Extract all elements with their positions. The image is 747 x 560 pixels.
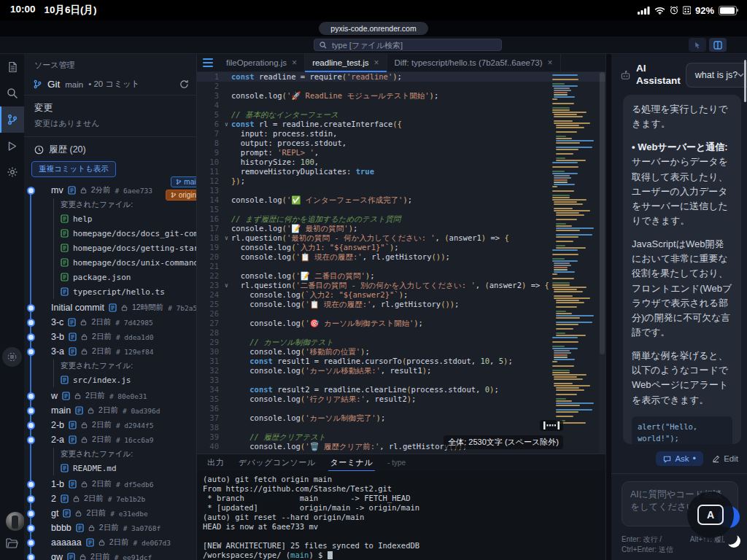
code-line[interactable]: 5// 基本的なインターフェース <box>197 110 605 120</box>
commit-row[interactable]: main2日前# 0ad396d <box>51 403 196 418</box>
code-line[interactable]: 18∨rl.question('最初の質問 - 何か入力してください: ', (… <box>197 233 605 243</box>
commit-row[interactable]: 2-b2日前# d2944f5 <box>51 418 196 432</box>
changed-file[interactable]: homepage/docs/getting-started… <box>61 241 196 255</box>
code-line[interactable]: 2 <box>197 82 605 91</box>
code-line[interactable]: 20 console.log('📋 現在の履歴:', rl.getHistory… <box>197 252 605 262</box>
ai-mode-selector[interactable]: what is js? <box>686 63 747 88</box>
split-view-button[interactable] <box>709 38 727 52</box>
history-header[interactable]: 履歴 (20) <box>24 137 196 161</box>
code-line[interactable]: 31 const result1 = readline.cursorTo(pro… <box>197 357 605 366</box>
git-repo-row[interactable]: Git main • 20 コミット <box>24 75 196 96</box>
changed-file[interactable]: typescript/hello.ts <box>61 284 196 299</box>
editor-tab[interactable]: readline_test.js× <box>305 54 387 71</box>
panel-tab[interactable]: デバッグコンソール <box>239 457 316 468</box>
url-bar[interactable]: pyxis-code.onrender.com <box>319 22 427 35</box>
changed-file[interactable]: homepage/docs/unix-commands.md <box>61 255 196 270</box>
code-line[interactable]: 17console.log('📝 最初の質問'); <box>197 224 605 233</box>
panel-tab[interactable]: 出力 <box>207 457 224 468</box>
code-line[interactable]: 19 console.log(`入力1: "${answer1}"`); <box>197 243 605 252</box>
code-line[interactable]: 29 // カーソル制御テスト <box>197 338 605 347</box>
code-line[interactable]: 9 prompt: 'REPL> ', <box>197 148 605 158</box>
code-line[interactable]: 30 console.log('移動前の位置'); <box>197 347 605 357</box>
minimap[interactable] <box>552 74 597 424</box>
file-search-input[interactable] <box>330 40 496 50</box>
source-control-icon[interactable] <box>0 106 24 133</box>
changed-file[interactable]: src/index.js <box>61 373 196 387</box>
search-icon[interactable] <box>0 80 24 106</box>
code-line[interactable]: 27 console.log('🎯 カーソル制御テスト開始'); <box>197 319 605 328</box>
ai-panel-scrollbar[interactable] <box>744 60 746 102</box>
commit-row[interactable]: 3-b2日前# ddea1d0 <box>51 330 196 344</box>
terminal-line: * [updated] origin/main -> origin/main <box>203 503 600 513</box>
code-line[interactable]: 4 <box>197 101 605 110</box>
code-line[interactable]: 25 console.log('📋 現在の履歴:', rl.getHistory… <box>197 300 605 309</box>
code-line[interactable]: 12}); <box>197 176 605 186</box>
graph-dot <box>27 333 35 341</box>
explorer-icon[interactable] <box>0 54 24 80</box>
commit-row[interactable]: mv2分前# 6aee733mainorigin/mai <box>51 183 196 198</box>
code-line[interactable]: 36 <box>197 404 605 413</box>
commit-row[interactable]: 3-c2日前# 7d42985 <box>51 315 196 330</box>
floating-keyboard-button[interactable]: A <box>687 491 734 538</box>
code-line[interactable]: 33 <box>197 376 605 385</box>
editor-scrollbar[interactable] <box>599 72 605 454</box>
changed-file[interactable]: README.md <box>61 461 196 475</box>
edit-button[interactable]: Edit <box>712 454 738 463</box>
commit-row[interactable]: 3-a2日前# 129ef84 <box>51 344 196 359</box>
ask-button[interactable]: Ask • <box>656 451 703 466</box>
changed-file[interactable]: help <box>61 211 196 226</box>
show-duplicates-button[interactable]: 重複コミットも表示 <box>31 161 116 177</box>
run-icon[interactable] <box>0 133 24 159</box>
editor-tab[interactable]: fileOperationg.js× <box>219 54 305 71</box>
code-line[interactable]: 32 console.log('カーソル移動結果:', result1); <box>197 366 605 376</box>
avatar[interactable] <box>6 512 25 531</box>
commit-row[interactable]: Initial commit12時間前# 7b2a5f <box>51 300 196 315</box>
close-icon[interactable]: × <box>548 58 553 68</box>
folder-icon[interactable] <box>6 538 18 548</box>
commit-row[interactable]: 1-b2日前# df5edb6 <box>51 477 196 491</box>
code-line[interactable]: 13 <box>197 186 605 195</box>
code-line[interactable]: 28 <box>197 328 605 338</box>
close-icon[interactable]: × <box>292 58 297 68</box>
code-line[interactable]: 35 console.log('行クリア結果:', result2); <box>197 394 605 404</box>
commit-row[interactable]: 22日前# 7eb1b2b <box>51 491 196 506</box>
changed-file[interactable]: package.json <box>61 270 196 284</box>
code-line[interactable]: 14console.log('✅ インターフェース作成完了'); <box>197 195 605 205</box>
refresh-icon[interactable] <box>179 79 189 89</box>
close-icon[interactable]: × <box>374 58 379 68</box>
code-line[interactable]: 26 <box>197 309 605 319</box>
panel-tab[interactable]: ターミナル <box>330 457 374 468</box>
code-line[interactable]: 7 input: process.stdin, <box>197 129 605 139</box>
commit-row[interactable]: aaaaaa2日前# de067d3 <box>51 535 196 550</box>
code-line[interactable]: 11 removeHistoryDuplicates: true <box>197 167 605 176</box>
commit-row[interactable]: w2日前# 80e0e31 <box>51 389 196 403</box>
file-search[interactable] <box>314 39 502 51</box>
changed-file[interactable]: homepage/docs/docs_git-comman… <box>61 226 196 241</box>
commit-row[interactable]: bbbb2日前# 3a0768f <box>51 521 196 535</box>
editor-tab[interactable]: Diff: typescript/hello.ts (7b2a5f..6aee7… <box>387 54 561 71</box>
code-line[interactable]: 22 console.log('📝 二番目の質問'); <box>197 271 605 281</box>
code-line[interactable]: 6∨const rl = readline.createInterface({ <box>197 120 605 129</box>
settings-gear-icon[interactable] <box>0 159 24 185</box>
commit-row[interactable]: gw2日前# ee91dcf <box>51 550 196 560</box>
file-badge-icon <box>63 509 71 518</box>
operations-icon[interactable] <box>2 347 22 367</box>
code-line[interactable]: 3console.log('🚀 ReadLine モジュールテスト開始'); <box>197 91 605 101</box>
code-line[interactable]: 34 const result2 = readline.clearLine(pr… <box>197 385 605 394</box>
code-editor[interactable]: 1const readline = require('readline');23… <box>197 72 605 454</box>
code-line[interactable]: 23∨ rl.question('二番目の質問 - 別の何かを入力してください:… <box>197 281 605 290</box>
code-line[interactable]: 16// まず履歴に何かを追加するためのテスト質問 <box>197 214 605 224</box>
cursor-tool-button[interactable] <box>689 38 706 52</box>
code-line[interactable]: 8 output: process.stdout, <box>197 139 605 148</box>
graph-dot <box>27 539 35 547</box>
commit-row[interactable]: gt2日前# e31edbe <box>51 506 196 521</box>
code-line[interactable]: 10 historySize: 100, <box>197 158 605 167</box>
terminal[interactable]: (auto) git fetch origin mainFrom https:/… <box>197 471 605 560</box>
code-line[interactable]: 24 console.log(`入力2: "${answer2}"`); <box>197 290 605 300</box>
code-line[interactable]: 1const readline = require('readline'); <box>197 72 605 82</box>
menu-icon[interactable] <box>197 54 219 71</box>
code-line[interactable]: 15 <box>197 205 605 214</box>
panel-resize-gutter[interactable] <box>605 54 611 560</box>
code-line[interactable]: 21 <box>197 262 605 271</box>
commit-row[interactable]: 2-a2日前# 16cc6a9 <box>51 432 196 447</box>
